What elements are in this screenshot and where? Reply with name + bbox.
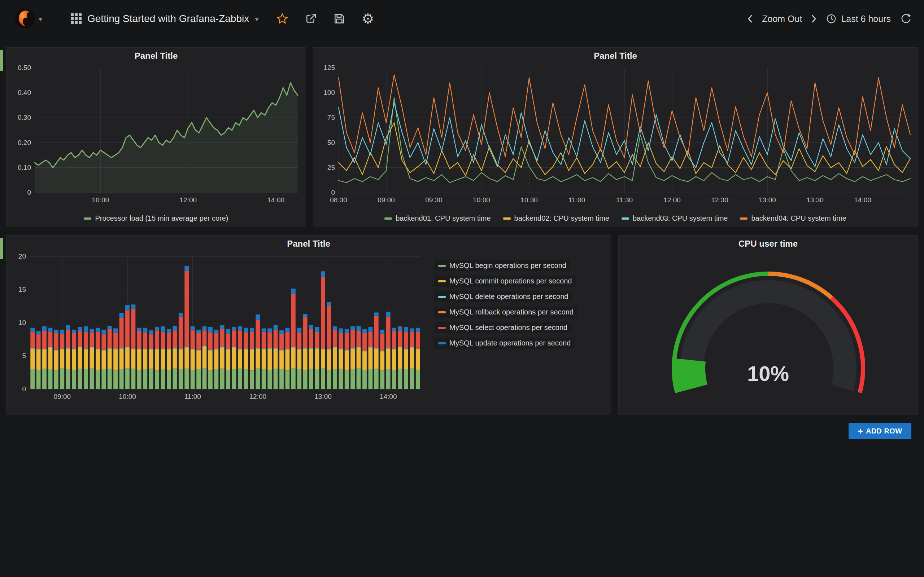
legend-color-icon bbox=[622, 218, 629, 220]
star-icon bbox=[276, 13, 288, 25]
svg-text:0.20: 0.20 bbox=[18, 139, 31, 147]
row-toggle[interactable] bbox=[0, 50, 3, 71]
time-controls: Zoom Out Last 6 hours bbox=[743, 0, 917, 37]
legend-item[interactable]: backend01: CPU system time bbox=[384, 214, 491, 222]
legend-item[interactable]: MySQL update operations per second bbox=[434, 338, 575, 349]
svg-text:11:00: 11:00 bbox=[569, 196, 585, 204]
legend-item[interactable]: MySQL select operations per second bbox=[434, 322, 571, 333]
refresh-button[interactable] bbox=[895, 0, 917, 37]
legend-label: MySQL delete operations per second bbox=[449, 292, 568, 301]
dashboard-picker[interactable]: Getting Started with Grafana-Zabbix ▾ bbox=[71, 0, 259, 37]
svg-text:20: 20 bbox=[18, 253, 26, 260]
plus-icon: + bbox=[858, 427, 863, 436]
svg-text:13:00: 13:00 bbox=[759, 196, 776, 204]
add-row-button[interactable]: + ADD ROW bbox=[848, 423, 911, 439]
svg-text:25: 25 bbox=[327, 164, 335, 171]
save-icon bbox=[333, 13, 346, 25]
dashboard-title: Getting Started with Grafana-Zabbix bbox=[87, 13, 249, 24]
legend-item[interactable]: MySQL begin operations per second bbox=[434, 260, 570, 271]
panel-title[interactable]: CPU user time bbox=[619, 235, 918, 252]
processor-load-chart[interactable]: 00.100.200.300.400.5010:0012:0014:00 bbox=[10, 64, 304, 206]
time-shift-forward-button[interactable] bbox=[806, 0, 822, 37]
svg-text:10:30: 10:30 bbox=[520, 196, 538, 204]
svg-text:12:00: 12:00 bbox=[180, 196, 197, 204]
legend-color-icon bbox=[438, 296, 446, 298]
share-dashboard-button[interactable] bbox=[297, 0, 325, 37]
legend-color-icon bbox=[438, 265, 446, 267]
svg-text:09:00: 09:00 bbox=[54, 393, 71, 400]
side-menu-toggle[interactable]: ▾ bbox=[0, 0, 57, 37]
panel-title[interactable]: Panel Title bbox=[6, 48, 306, 64]
top-navbar: ▾ Getting Started with Grafana-Zabbix ▾ bbox=[0, 0, 924, 37]
svg-text:12:00: 12:00 bbox=[663, 196, 681, 204]
svg-text:11:30: 11:30 bbox=[616, 196, 633, 204]
legend-label: backend02: CPU system time bbox=[514, 214, 609, 222]
legend-label: backend03: CPU system time bbox=[633, 214, 728, 222]
share-icon bbox=[305, 13, 317, 25]
star-dashboard-button[interactable] bbox=[268, 0, 297, 37]
legend-color-icon bbox=[384, 218, 392, 220]
legend-item[interactable]: backend04: CPU system time bbox=[740, 214, 846, 222]
chevron-right-icon bbox=[810, 13, 818, 24]
legend: backend01: CPU system timebackend02: CPU… bbox=[313, 214, 918, 222]
legend-item[interactable]: MySQL commit operations per second bbox=[434, 276, 576, 287]
legend-label: Processor load (15 min average per core) bbox=[95, 214, 228, 222]
caret-down-icon: ▾ bbox=[39, 15, 43, 23]
svg-text:12:00: 12:00 bbox=[249, 393, 267, 400]
legend-color-icon bbox=[84, 218, 91, 220]
svg-text:10: 10 bbox=[18, 319, 26, 326]
legend-item[interactable]: Processor load (15 min average per core) bbox=[84, 214, 228, 222]
legend-color-icon bbox=[438, 342, 446, 344]
svg-text:100: 100 bbox=[323, 89, 335, 96]
svg-text:12:30: 12:30 bbox=[711, 196, 729, 204]
legend: Processor load (15 min average per core) bbox=[6, 214, 306, 222]
panel-cpu-system-time: Panel Title 025507510012508:3009:0009:30… bbox=[313, 47, 918, 226]
caret-down-icon: ▾ bbox=[255, 15, 259, 23]
legend-color-icon bbox=[503, 218, 511, 220]
panel-title[interactable]: Panel Title bbox=[313, 48, 918, 64]
dashboard-grid-icon bbox=[71, 13, 82, 24]
svg-text:0.30: 0.30 bbox=[18, 114, 31, 121]
mysql-operations-chart[interactable]: 0510152009:0010:0011:0012:0013:0014:00 bbox=[10, 252, 425, 403]
row-toggle[interactable] bbox=[0, 238, 3, 259]
legend-color-icon bbox=[740, 218, 748, 220]
svg-text:14:00: 14:00 bbox=[267, 196, 285, 204]
chevron-left-icon bbox=[746, 13, 754, 24]
svg-text:15: 15 bbox=[18, 285, 26, 293]
legend-item[interactable]: backend03: CPU system time bbox=[622, 214, 728, 222]
legend-label: MySQL rollback operations per second bbox=[449, 308, 573, 316]
add-row-label: ADD ROW bbox=[866, 427, 902, 435]
gauge-value: 10% bbox=[619, 361, 918, 385]
save-dashboard-button[interactable] bbox=[325, 0, 354, 37]
svg-text:0.50: 0.50 bbox=[18, 64, 31, 71]
zoom-out-label: Zoom Out bbox=[762, 14, 802, 24]
svg-text:75: 75 bbox=[327, 114, 335, 121]
svg-text:0: 0 bbox=[27, 189, 31, 196]
svg-text:08:30: 08:30 bbox=[330, 196, 347, 204]
legend-label: MySQL begin operations per second bbox=[449, 261, 566, 270]
clock-icon bbox=[826, 13, 837, 24]
legend-item[interactable]: MySQL rollback operations per second bbox=[434, 306, 577, 318]
time-shift-back-button[interactable] bbox=[743, 0, 758, 37]
grafana-logo-icon bbox=[15, 8, 36, 29]
legend-item[interactable]: MySQL delete operations per second bbox=[434, 291, 572, 302]
time-range-picker[interactable]: Last 6 hours bbox=[822, 0, 895, 37]
svg-text:0.40: 0.40 bbox=[18, 89, 31, 96]
time-range-label: Last 6 hours bbox=[841, 14, 891, 24]
zoom-out-button[interactable]: Zoom Out bbox=[758, 0, 806, 37]
cpu-system-time-chart[interactable]: 025507510012508:3009:0009:3010:0010:3011… bbox=[316, 64, 915, 206]
svg-text:14:00: 14:00 bbox=[854, 196, 871, 204]
svg-text:125: 125 bbox=[323, 64, 335, 71]
svg-text:0: 0 bbox=[331, 189, 335, 196]
settings-button[interactable]: ⚙ bbox=[354, 0, 382, 37]
legend-label: backend01: CPU system time bbox=[396, 214, 491, 222]
legend-item[interactable]: backend02: CPU system time bbox=[503, 214, 609, 222]
refresh-icon bbox=[900, 13, 912, 24]
svg-text:50: 50 bbox=[327, 139, 335, 147]
svg-text:10:00: 10:00 bbox=[92, 196, 109, 204]
legend-label: backend04: CPU system time bbox=[751, 214, 846, 222]
svg-text:0: 0 bbox=[22, 385, 26, 393]
svg-text:13:00: 13:00 bbox=[314, 393, 332, 400]
panel-title[interactable]: Panel Title bbox=[6, 235, 611, 252]
legend-label: MySQL select operations per second bbox=[449, 324, 567, 332]
